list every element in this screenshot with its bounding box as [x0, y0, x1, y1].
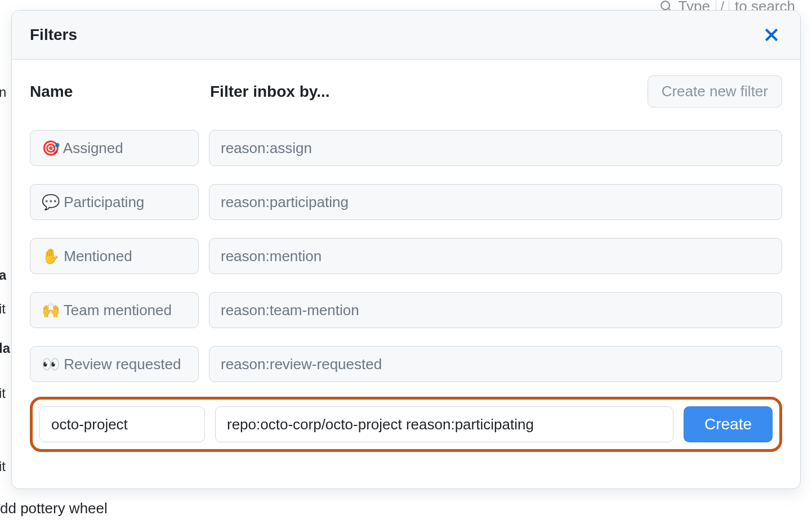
filter-column-header: Filter inbox by...	[210, 83, 648, 101]
bg-bottom-text: dd pottery wheel	[0, 500, 108, 517]
bg-text: la	[0, 340, 10, 356]
filter-query-input[interactable]	[209, 292, 782, 328]
filter-query-input[interactable]	[209, 130, 782, 166]
filter-name-input[interactable]	[30, 130, 199, 166]
new-filter-row: Create	[30, 397, 782, 452]
bg-text: it	[0, 385, 6, 401]
new-filter-name-input[interactable]	[39, 406, 205, 442]
filter-name-input[interactable]	[30, 346, 199, 382]
create-button[interactable]: Create	[684, 406, 773, 442]
close-button[interactable]	[761, 24, 782, 46]
filter-name-input[interactable]	[30, 238, 199, 274]
filter-row	[30, 184, 782, 220]
create-new-filter-button[interactable]: Create new filter	[648, 75, 782, 107]
filter-query-input[interactable]	[209, 184, 782, 220]
columns-header: Name Filter inbox by... Create new filte…	[30, 75, 782, 107]
filters-modal: Filters Name Filter inbox by... Create n…	[11, 10, 801, 489]
bg-text: a	[0, 267, 6, 283]
filter-row	[30, 292, 782, 328]
filter-row	[30, 238, 782, 274]
modal-header: Filters	[12, 11, 800, 60]
modal-title: Filters	[30, 26, 77, 44]
name-column-header: Name	[30, 83, 210, 101]
filter-query-input[interactable]	[209, 346, 782, 382]
svg-point-0	[661, 1, 670, 10]
filter-row	[30, 130, 782, 166]
filter-name-input[interactable]	[30, 292, 199, 328]
bg-text: n	[0, 84, 6, 100]
bg-text: it	[0, 459, 6, 474]
filter-name-input[interactable]	[30, 184, 199, 220]
filter-row	[30, 346, 782, 382]
modal-body: Name Filter inbox by... Create new filte…	[12, 60, 800, 488]
bg-text: it	[0, 301, 6, 317]
new-filter-query-input[interactable]	[215, 406, 673, 442]
close-icon	[764, 28, 779, 42]
filter-query-input[interactable]	[209, 238, 782, 274]
